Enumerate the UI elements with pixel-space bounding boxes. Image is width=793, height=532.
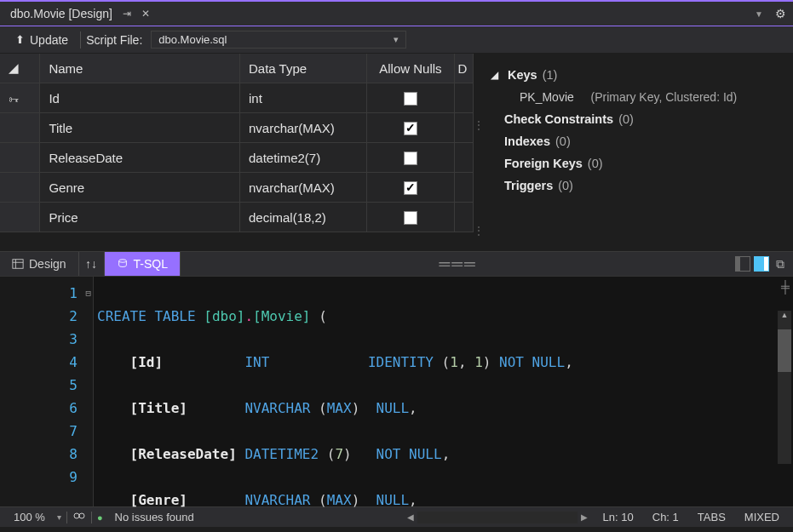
cell-type[interactable]: datetime2(7) <box>239 143 366 173</box>
triggers-count: (0) <box>558 179 573 192</box>
cell-default[interactable] <box>454 143 473 173</box>
cell-type[interactable]: nvarchar(MAX) <box>239 113 366 143</box>
line-number: 2 <box>69 308 78 324</box>
pin-icon[interactable]: ⇥ <box>123 8 131 20</box>
indexes-node[interactable]: Indexes (0) <box>491 130 784 152</box>
table-row[interactable]: Genre nvarchar(MAX) <box>0 173 474 203</box>
keys-label: Keys <box>508 68 537 82</box>
collapse-icon[interactable]: ◢ <box>491 69 503 81</box>
checkbox[interactable] <box>404 181 417 195</box>
document-tab[interactable]: dbo.Movie [Design] ⇥ ✕ <box>0 2 160 26</box>
toolbar-separator <box>80 31 81 49</box>
foreign-keys-node[interactable]: Foreign Keys (0) <box>491 152 784 174</box>
cell-nulls[interactable] <box>367 83 454 113</box>
split-editor-icon[interactable]: ╪ <box>781 280 790 294</box>
line-number: 5 <box>69 377 78 393</box>
copilot-icon[interactable] <box>72 509 86 525</box>
cell-nulls[interactable] <box>367 113 454 143</box>
table-row[interactable]: 🗝 Id int <box>0 83 474 113</box>
row-handle[interactable] <box>0 203 40 232</box>
line-number: 8 <box>69 446 78 462</box>
keys-node[interactable]: ◢ Keys (1) <box>491 64 784 86</box>
cell-name[interactable]: Title <box>40 113 240 143</box>
column-header-nulls[interactable]: Allow Nulls <box>367 54 454 83</box>
row-handle[interactable] <box>0 173 40 203</box>
swap-icon: ↑↓ <box>85 257 97 271</box>
fold-icon[interactable]: ⊟ <box>85 288 91 299</box>
svg-point-4 <box>74 513 79 518</box>
sql-icon <box>117 258 129 270</box>
sql-editor[interactable]: 1⊟ 2 3 4 5 6 7 8 9 CREATE TABLE [dbo].[M… <box>0 277 793 506</box>
pane-layout-left-icon[interactable] <box>735 256 750 272</box>
column-header-type[interactable]: Data Type <box>239 54 366 83</box>
line-number: 1 <box>69 285 78 301</box>
cell-type[interactable]: nvarchar(MAX) <box>239 173 366 203</box>
pane-layout-right-icon[interactable] <box>754 256 769 272</box>
code-area[interactable]: CREATE TABLE [dbo].[Movie] ( [Id] INT ID… <box>94 277 793 506</box>
column-header-name[interactable]: Name <box>40 54 240 83</box>
cell-name[interactable]: Id <box>40 83 240 113</box>
svg-point-5 <box>79 513 84 518</box>
update-button[interactable]: ⬆ Update <box>9 30 75 50</box>
window-menu-icon[interactable]: ▼ <box>755 9 763 19</box>
cell-type[interactable]: int <box>239 83 366 113</box>
checkbox[interactable] <box>404 152 417 165</box>
column-header-default[interactable]: D <box>454 54 473 83</box>
tab-tsql[interactable]: T-SQL <box>105 252 181 276</box>
script-file-value: dbo.Movie.sql <box>158 33 227 46</box>
cell-nulls[interactable] <box>367 203 454 232</box>
row-handle[interactable]: 🗝 <box>0 83 40 113</box>
scroll-up-icon[interactable]: ▲ <box>778 311 791 324</box>
svg-rect-0 <box>13 260 23 269</box>
pk-node[interactable]: PK_Movie (Primary Key, Clustered: Id) <box>491 86 784 108</box>
object-properties-panel: ◢ Keys (1) PK_Movie (Primary Key, Cluste… <box>482 54 793 251</box>
cell-nulls[interactable] <box>367 143 454 173</box>
gear-icon[interactable]: ⚙ <box>775 7 786 20</box>
table-row[interactable]: ReleaseDate datetime2(7) <box>0 143 474 173</box>
triggers-node[interactable]: Triggers (0) <box>491 174 784 197</box>
table-row[interactable]: Title nvarchar(MAX) <box>0 113 474 143</box>
zoom-dropdown-icon[interactable]: ▾ <box>57 512 61 522</box>
designer-toolbar: ⬆ Update Script File: dbo.Movie.sql ▾ <box>0 26 793 54</box>
cell-default[interactable] <box>454 113 473 143</box>
vertical-scrollbar[interactable]: ▲ <box>778 311 791 464</box>
cell-default[interactable] <box>454 83 473 113</box>
design-pane: ◢ Name Data Type Allow Nulls D 🗝 Id int … <box>0 54 793 251</box>
cell-name[interactable]: Genre <box>40 173 240 203</box>
pane-options-icon[interactable]: ⧉ <box>773 257 788 272</box>
cell-name[interactable]: ReleaseDate <box>40 143 240 173</box>
row-handle[interactable] <box>0 143 40 173</box>
line-number: 9 <box>69 469 78 485</box>
cell-name[interactable]: Price <box>40 203 240 232</box>
titlebar: dbo.Movie [Design] ⇥ ✕ ▼ ⚙ <box>0 0 793 26</box>
horizontal-splitter[interactable]: ═══ <box>181 255 735 273</box>
cell-default[interactable] <box>454 173 473 203</box>
pk-detail: (Primary Key, Clustered: Id) <box>591 90 738 104</box>
tab-swap[interactable]: ↑↓ <box>79 252 105 276</box>
row-handle[interactable] <box>0 113 40 143</box>
pane-splitter[interactable]: ⋮⋮ <box>474 54 482 251</box>
script-file-dropdown[interactable]: dbo.Movie.sql ▾ <box>151 31 406 49</box>
line-number: 7 <box>69 423 78 439</box>
checkbox[interactable] <box>404 211 417 225</box>
update-button-label: Update <box>30 33 68 47</box>
table-row[interactable]: Price decimal(18,2) <box>0 203 474 232</box>
cell-default[interactable] <box>454 203 473 232</box>
checkbox[interactable] <box>404 122 417 135</box>
cell-type[interactable]: decimal(18,2) <box>239 203 366 232</box>
checkbox[interactable] <box>404 92 417 106</box>
zoom-level[interactable]: 100 % <box>7 511 52 523</box>
tab-design[interactable]: Design <box>0 252 79 276</box>
check-constraints-node[interactable]: Check Constraints (0) <box>491 108 784 130</box>
line-number: 3 <box>69 331 78 347</box>
scroll-thumb[interactable] <box>778 329 791 372</box>
bottom-tab-strip: Design ↑↓ T-SQL ═══ ⧉ <box>0 251 793 277</box>
foreign-keys-label: Foreign Keys <box>504 157 583 170</box>
tab-tsql-label: T-SQL <box>134 257 168 271</box>
tab-design-label: Design <box>29 257 66 271</box>
check-constraints-count: (0) <box>618 112 634 126</box>
script-file-label: Script File: <box>86 33 142 47</box>
grid-corner[interactable]: ◢ <box>0 54 40 83</box>
close-icon[interactable]: ✕ <box>141 8 150 20</box>
cell-nulls[interactable] <box>367 173 454 203</box>
